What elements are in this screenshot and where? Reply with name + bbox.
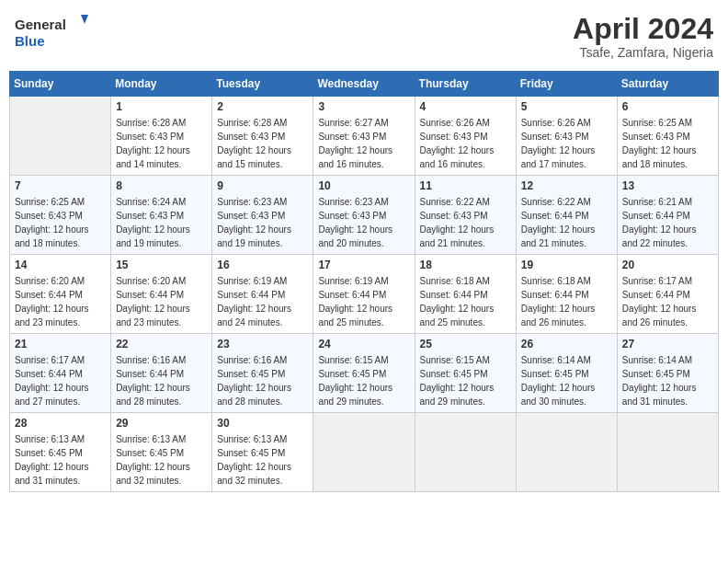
calendar-week-row: 1Sunrise: 6:28 AMSunset: 6:43 PMDaylight… <box>10 97 719 176</box>
weekday-header: Monday <box>111 72 212 97</box>
day-number: 6 <box>622 100 713 113</box>
day-number: 27 <box>622 338 713 350</box>
day-info: Sunrise: 6:20 AMSunset: 6:44 PMDaylight:… <box>116 274 207 329</box>
calendar-cell: 27Sunrise: 6:14 AMSunset: 6:45 PMDayligh… <box>617 334 718 413</box>
weekday-header-row: SundayMondayTuesdayWednesdayThursdayFrid… <box>10 72 719 97</box>
calendar-cell <box>313 413 415 492</box>
day-info: Sunrise: 6:13 AMSunset: 6:45 PMDaylight:… <box>15 432 106 488</box>
calendar-cell: 8Sunrise: 6:24 AMSunset: 6:43 PMDaylight… <box>111 176 212 255</box>
calendar-week-row: 28Sunrise: 6:13 AMSunset: 6:45 PMDayligh… <box>10 413 719 492</box>
day-info: Sunrise: 6:14 AMSunset: 6:45 PMDaylight:… <box>521 353 612 408</box>
calendar-cell: 24Sunrise: 6:15 AMSunset: 6:45 PMDayligh… <box>313 334 415 413</box>
calendar-week-row: 14Sunrise: 6:20 AMSunset: 6:44 PMDayligh… <box>10 255 719 334</box>
day-info: Sunrise: 6:22 AMSunset: 6:44 PMDaylight:… <box>521 195 612 250</box>
weekday-header: Sunday <box>10 72 111 97</box>
day-info: Sunrise: 6:19 AMSunset: 6:44 PMDaylight:… <box>217 274 308 329</box>
day-info: Sunrise: 6:15 AMSunset: 6:45 PMDaylight:… <box>318 353 409 408</box>
day-number: 14 <box>15 259 106 271</box>
day-info: Sunrise: 6:26 AMSunset: 6:43 PMDaylight:… <box>521 116 612 171</box>
title-area: April 2024 Tsafe, Zamfara, Nigeria <box>573 13 713 60</box>
day-info: Sunrise: 6:22 AMSunset: 6:43 PMDaylight:… <box>420 195 511 250</box>
calendar-cell: 16Sunrise: 6:19 AMSunset: 6:44 PMDayligh… <box>212 255 313 334</box>
svg-text:General: General <box>15 17 66 32</box>
day-number: 5 <box>521 100 612 113</box>
weekday-header: Friday <box>516 72 617 97</box>
day-number: 13 <box>622 179 713 192</box>
day-info: Sunrise: 6:16 AMSunset: 6:45 PMDaylight:… <box>217 353 308 408</box>
day-number: 22 <box>116 338 207 350</box>
calendar-cell: 12Sunrise: 6:22 AMSunset: 6:44 PMDayligh… <box>516 176 617 255</box>
svg-text:Blue: Blue <box>15 33 45 49</box>
day-info: Sunrise: 6:25 AMSunset: 6:43 PMDaylight:… <box>15 195 106 250</box>
calendar-cell: 4Sunrise: 6:26 AMSunset: 6:43 PMDaylight… <box>415 97 516 176</box>
day-number: 3 <box>318 100 409 113</box>
calendar-table: SundayMondayTuesdayWednesdayThursdayFrid… <box>9 71 719 492</box>
calendar-cell: 9Sunrise: 6:23 AMSunset: 6:43 PMDaylight… <box>212 176 313 255</box>
day-number: 11 <box>420 179 511 192</box>
calendar-cell: 19Sunrise: 6:18 AMSunset: 6:44 PMDayligh… <box>516 255 617 334</box>
day-info: Sunrise: 6:26 AMSunset: 6:43 PMDaylight:… <box>420 116 511 171</box>
calendar-cell: 6Sunrise: 6:25 AMSunset: 6:43 PMDaylight… <box>617 97 718 176</box>
day-number: 18 <box>420 259 511 271</box>
day-number: 2 <box>217 100 308 113</box>
calendar-cell: 30Sunrise: 6:13 AMSunset: 6:45 PMDayligh… <box>212 413 313 492</box>
calendar-cell: 25Sunrise: 6:15 AMSunset: 6:45 PMDayligh… <box>415 334 516 413</box>
calendar-cell: 5Sunrise: 6:26 AMSunset: 6:43 PMDaylight… <box>516 97 617 176</box>
calendar-cell: 26Sunrise: 6:14 AMSunset: 6:45 PMDayligh… <box>516 334 617 413</box>
day-info: Sunrise: 6:18 AMSunset: 6:44 PMDaylight:… <box>420 274 511 329</box>
day-number: 7 <box>15 179 106 192</box>
day-info: Sunrise: 6:17 AMSunset: 6:44 PMDaylight:… <box>622 274 713 329</box>
calendar-cell: 20Sunrise: 6:17 AMSunset: 6:44 PMDayligh… <box>617 255 718 334</box>
header: General Blue April 2024 Tsafe, Zamfara, … <box>9 9 719 63</box>
calendar-cell: 18Sunrise: 6:18 AMSunset: 6:44 PMDayligh… <box>415 255 516 334</box>
logo-svg: General Blue <box>15 13 88 54</box>
calendar-cell: 23Sunrise: 6:16 AMSunset: 6:45 PMDayligh… <box>212 334 313 413</box>
day-info: Sunrise: 6:13 AMSunset: 6:45 PMDaylight:… <box>116 432 207 488</box>
day-number: 17 <box>318 259 409 271</box>
location-title: Tsafe, Zamfara, Nigeria <box>573 45 713 60</box>
day-info: Sunrise: 6:23 AMSunset: 6:43 PMDaylight:… <box>318 195 409 250</box>
calendar-week-row: 21Sunrise: 6:17 AMSunset: 6:44 PMDayligh… <box>10 334 719 413</box>
calendar-cell: 15Sunrise: 6:20 AMSunset: 6:44 PMDayligh… <box>111 255 212 334</box>
day-number: 12 <box>521 179 612 192</box>
day-number: 4 <box>420 100 511 113</box>
day-info: Sunrise: 6:15 AMSunset: 6:45 PMDaylight:… <box>420 353 511 408</box>
day-info: Sunrise: 6:25 AMSunset: 6:43 PMDaylight:… <box>622 116 713 171</box>
day-info: Sunrise: 6:24 AMSunset: 6:43 PMDaylight:… <box>116 195 207 250</box>
day-number: 26 <box>521 338 612 350</box>
calendar-cell: 2Sunrise: 6:28 AMSunset: 6:43 PMDaylight… <box>212 97 313 176</box>
day-info: Sunrise: 6:23 AMSunset: 6:43 PMDaylight:… <box>217 195 308 250</box>
calendar-cell: 11Sunrise: 6:22 AMSunset: 6:43 PMDayligh… <box>415 176 516 255</box>
calendar-cell <box>617 413 718 492</box>
weekday-header: Tuesday <box>212 72 313 97</box>
weekday-header: Wednesday <box>313 72 415 97</box>
day-info: Sunrise: 6:17 AMSunset: 6:44 PMDaylight:… <box>15 353 106 408</box>
day-number: 10 <box>318 179 409 192</box>
weekday-header: Thursday <box>415 72 516 97</box>
day-info: Sunrise: 6:16 AMSunset: 6:44 PMDaylight:… <box>116 353 207 408</box>
day-number: 1 <box>116 100 207 113</box>
calendar-cell: 22Sunrise: 6:16 AMSunset: 6:44 PMDayligh… <box>111 334 212 413</box>
calendar-cell: 21Sunrise: 6:17 AMSunset: 6:44 PMDayligh… <box>10 334 111 413</box>
calendar-cell <box>10 97 111 176</box>
calendar-cell: 14Sunrise: 6:20 AMSunset: 6:44 PMDayligh… <box>10 255 111 334</box>
day-number: 25 <box>420 338 511 350</box>
day-info: Sunrise: 6:21 AMSunset: 6:44 PMDaylight:… <box>622 195 713 250</box>
day-info: Sunrise: 6:28 AMSunset: 6:43 PMDaylight:… <box>116 116 207 171</box>
day-number: 19 <box>521 259 612 271</box>
day-info: Sunrise: 6:18 AMSunset: 6:44 PMDaylight:… <box>521 274 612 329</box>
day-number: 23 <box>217 338 308 350</box>
calendar-cell: 17Sunrise: 6:19 AMSunset: 6:44 PMDayligh… <box>313 255 415 334</box>
day-number: 16 <box>217 259 308 271</box>
calendar-cell <box>415 413 516 492</box>
day-info: Sunrise: 6:19 AMSunset: 6:44 PMDaylight:… <box>318 274 409 329</box>
day-info: Sunrise: 6:20 AMSunset: 6:44 PMDaylight:… <box>15 274 106 329</box>
day-number: 29 <box>116 417 207 430</box>
calendar-week-row: 7Sunrise: 6:25 AMSunset: 6:43 PMDaylight… <box>10 176 719 255</box>
day-number: 30 <box>217 417 308 430</box>
day-number: 24 <box>318 338 409 350</box>
calendar-cell: 13Sunrise: 6:21 AMSunset: 6:44 PMDayligh… <box>617 176 718 255</box>
calendar-cell: 7Sunrise: 6:25 AMSunset: 6:43 PMDaylight… <box>10 176 111 255</box>
calendar-cell: 10Sunrise: 6:23 AMSunset: 6:43 PMDayligh… <box>313 176 415 255</box>
logo: General Blue <box>15 13 88 54</box>
